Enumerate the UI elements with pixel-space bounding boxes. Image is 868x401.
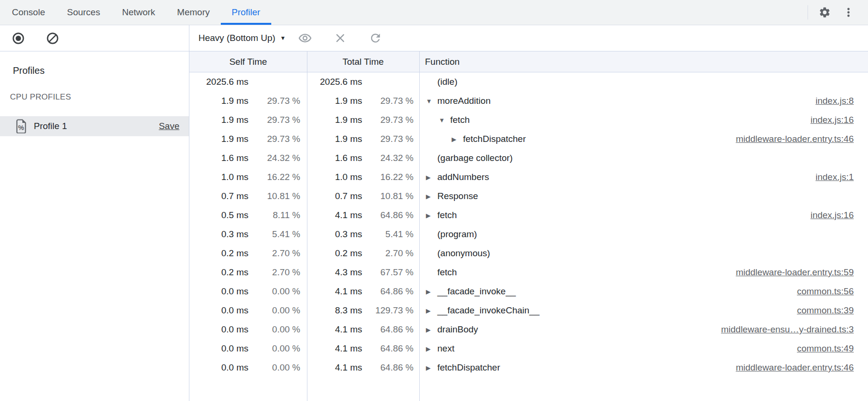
self-time-value: 1.6 ms: [189, 153, 248, 163]
function-name: fetchDispatcher: [463, 134, 526, 144]
clear-icon[interactable]: [44, 30, 60, 46]
source-link[interactable]: middleware-loader.entry.ts:46: [736, 134, 854, 144]
self-time-value: 1.9 ms: [189, 115, 248, 125]
profile-row[interactable]: 1.9 ms 29.73 % 1.9 ms 29.73 % ▶ fetchDis…: [189, 130, 868, 149]
toolbar-divider: [808, 5, 808, 20]
total-time-cell: 0.3 ms 5.41 %: [307, 225, 419, 244]
profile-name: Profile 1: [34, 121, 159, 131]
column-divider: [419, 51, 420, 401]
source-link[interactable]: middleware-ensu…y-drained.ts:3: [721, 324, 854, 335]
profile-row[interactable]: 0.7 ms 10.81 % 0.7 ms 10.81 % ▶ Response: [189, 187, 868, 206]
profile-row[interactable]: 2025.6 ms 2025.6 ms (idle): [189, 72, 868, 91]
self-time-value: 0.7 ms: [189, 191, 248, 201]
tab-memory[interactable]: Memory: [166, 0, 221, 25]
profile-row[interactable]: 0.3 ms 5.41 % 0.3 ms 5.41 % (program): [189, 225, 868, 244]
panel-tabs: Console Sources Network Memory Profiler: [0, 0, 271, 25]
total-time-value: 4.1 ms: [307, 210, 362, 221]
profile-row[interactable]: 0.5 ms 8.11 % 4.1 ms 64.86 % ▶ fetch ind…: [189, 206, 868, 225]
more-menu-kebab-icon[interactable]: [840, 4, 857, 20]
profile-row[interactable]: 0.0 ms 0.00 % 4.1 ms 64.86 % ▶ __facade_…: [189, 282, 868, 301]
refresh-icon[interactable]: [367, 30, 384, 46]
devtools-tabbar: Console Sources Network Memory Profiler: [0, 0, 868, 25]
source-link[interactable]: middleware-loader.entry.ts:46: [736, 362, 854, 373]
column-header-self-time[interactable]: Self Time: [189, 51, 307, 72]
source-link[interactable]: index.js:16: [810, 210, 854, 221]
tab-network[interactable]: Network: [111, 0, 166, 25]
profile-row[interactable]: 0.0 ms 0.00 % 4.1 ms 64.86 % ▶ fetchDisp…: [189, 358, 868, 377]
expand-arrow-icon[interactable]: ▶: [426, 174, 437, 181]
expand-arrow-icon[interactable]: ▶: [426, 193, 437, 200]
expand-arrow-icon[interactable]: ▼: [426, 98, 437, 105]
tab-console[interactable]: Console: [1, 0, 56, 25]
total-time-percent: 24.32 %: [362, 153, 419, 163]
total-time-value: 4.1 ms: [307, 286, 362, 297]
view-mode-label: Heavy (Bottom Up): [198, 33, 276, 43]
profile-row[interactable]: 1.9 ms 29.73 % 1.9 ms 29.73 % ▼ moreAddi…: [189, 91, 868, 110]
self-time-cell: 0.0 ms 0.00 %: [189, 282, 307, 301]
source-link[interactable]: common.ts:39: [797, 305, 854, 316]
profile-row[interactable]: 0.2 ms 2.70 % 4.3 ms 67.57 % fetch middl…: [189, 263, 868, 282]
self-time-percent: 0.00 %: [248, 362, 307, 373]
self-time-cell: 0.0 ms 0.00 %: [189, 320, 307, 339]
self-time-percent: 0.00 %: [248, 343, 307, 354]
expand-arrow-icon[interactable]: ▶: [426, 307, 437, 314]
function-name: __facade_invoke__: [437, 286, 516, 297]
expand-arrow-icon[interactable]: ▼: [439, 117, 450, 124]
expand-arrow-icon[interactable]: ▶: [426, 288, 437, 295]
column-header-function[interactable]: Function: [419, 51, 868, 72]
cpu-profiles-section-heading: CPU PROFILES: [0, 90, 189, 104]
function-name: moreAddition: [437, 96, 491, 106]
function-cell: ▶ addNumbers index.js:1: [419, 168, 868, 187]
profile-row[interactable]: 0.0 ms 0.00 % 4.1 ms 64.86 % ▶ next comm…: [189, 339, 868, 358]
self-time-percent: 2.70 %: [248, 248, 307, 259]
eye-icon[interactable]: [297, 30, 313, 46]
profile-row[interactable]: 0.2 ms 2.70 % 0.2 ms 2.70 % (anonymous): [189, 244, 868, 263]
total-time-cell: 4.1 ms 64.86 %: [307, 358, 419, 377]
self-time-cell: 1.9 ms 29.73 %: [189, 91, 307, 110]
function-cell: ▼ moreAddition index.js:8: [419, 91, 868, 110]
self-time-value: 0.3 ms: [189, 229, 248, 240]
sidebar-item-profile-1[interactable]: % Profile 1 Save: [0, 116, 189, 136]
expand-arrow-icon[interactable]: ▶: [426, 364, 437, 371]
total-time-cell: 1.9 ms 29.73 %: [307, 110, 419, 130]
close-icon[interactable]: [332, 30, 348, 46]
source-link[interactable]: common.ts:56: [797, 286, 854, 297]
function-name: drainBody: [437, 324, 478, 335]
expand-arrow-icon[interactable]: ▶: [426, 326, 437, 333]
expand-arrow-icon[interactable]: ▶: [426, 212, 437, 219]
total-time-value: 4.1 ms: [307, 324, 362, 335]
profile-row[interactable]: 1.9 ms 29.73 % 1.9 ms 29.73 % ▼ fetch in…: [189, 110, 868, 130]
view-mode-dropdown[interactable]: Heavy (Bottom Up) ▼: [198, 33, 286, 43]
source-link[interactable]: common.ts:49: [797, 343, 854, 354]
profile-row[interactable]: 1.6 ms 24.32 % 1.6 ms 24.32 % (garbage c…: [189, 149, 868, 168]
self-time-value: 0.5 ms: [189, 210, 248, 221]
total-time-percent: 64.86 %: [362, 362, 419, 373]
expand-arrow-icon[interactable]: ▶: [452, 136, 463, 143]
total-time-cell: 4.1 ms 64.86 %: [307, 282, 419, 301]
profiler-controls: [0, 25, 189, 51]
self-time-cell: 0.2 ms 2.70 %: [189, 244, 307, 263]
settings-gear-icon[interactable]: [817, 4, 833, 20]
profile-row[interactable]: 0.0 ms 0.00 % 4.1 ms 64.86 % ▶ drainBody…: [189, 320, 868, 339]
record-icon[interactable]: [10, 30, 26, 46]
source-link[interactable]: index.js:16: [810, 115, 854, 125]
total-time-percent: 10.81 %: [362, 191, 419, 201]
total-time-value: 0.2 ms: [307, 248, 362, 259]
function-name: (idle): [437, 77, 457, 87]
self-time-cell: 1.6 ms 24.32 %: [189, 149, 307, 168]
tab-profiler[interactable]: Profiler: [221, 0, 271, 25]
total-time-percent: 64.86 %: [362, 286, 419, 297]
profile-row[interactable]: 0.0 ms 0.00 % 8.3 ms 129.73 % ▶ __facade…: [189, 301, 868, 320]
expand-arrow-icon[interactable]: ▶: [426, 345, 437, 352]
function-cell: ▶ __facade_invoke__ common.ts:56: [419, 282, 868, 301]
profile-row[interactable]: 1.0 ms 16.22 % 1.0 ms 16.22 % ▶ addNumbe…: [189, 168, 868, 187]
source-link[interactable]: index.js:1: [816, 172, 854, 182]
source-link[interactable]: middleware-loader.entry.ts:59: [736, 267, 854, 278]
save-link[interactable]: Save: [159, 121, 179, 131]
function-name: fetch: [437, 210, 457, 221]
tab-sources[interactable]: Sources: [56, 0, 111, 25]
source-link[interactable]: index.js:8: [816, 96, 854, 106]
total-time-cell: 1.6 ms 24.32 %: [307, 149, 419, 168]
column-header-total-time[interactable]: Total Time: [307, 51, 419, 72]
self-time-value: 2025.6 ms: [189, 77, 248, 87]
